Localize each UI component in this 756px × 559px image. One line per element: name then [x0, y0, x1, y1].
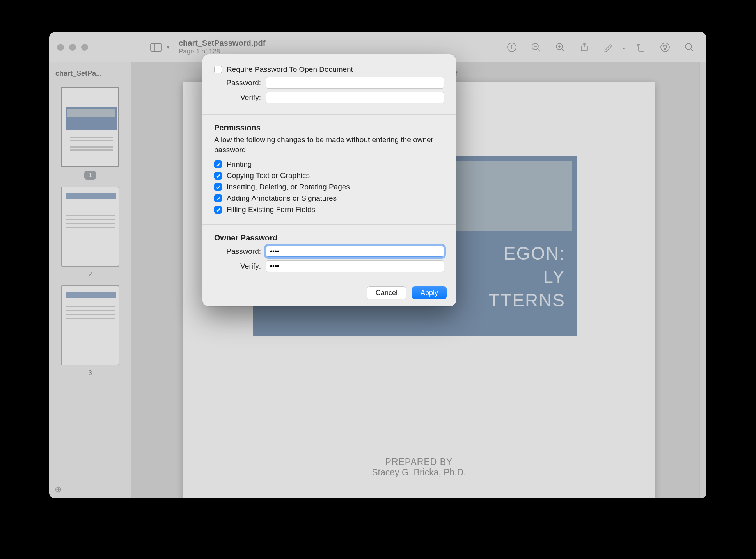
page-thumbnail[interactable]: [61, 87, 119, 167]
vertical-scrollbar[interactable]: [699, 62, 706, 498]
owner-password-label: Password:: [214, 247, 261, 256]
fullscreen-window-button[interactable]: [81, 44, 88, 51]
chevron-down-icon[interactable]: ▾: [167, 45, 169, 50]
minimize-window-button[interactable]: [69, 44, 76, 51]
search-icon[interactable]: [680, 38, 699, 57]
highlight-icon[interactable]: [656, 38, 674, 57]
cancel-button[interactable]: Cancel: [367, 286, 406, 299]
zoom-out-icon[interactable]: [527, 38, 545, 57]
perm-inserting-label: Inserting, Deleting, or Rotating Pages: [227, 183, 350, 191]
svg-line-6: [538, 49, 540, 51]
require-password-label: Require Password To Open Document: [227, 65, 353, 74]
perm-formfields-label: Filling Existing Form Fields: [227, 205, 315, 214]
window-title-block: chart_SetPassword.pdf Page 1 of 128: [179, 39, 265, 55]
perm-copying-checkbox[interactable]: [214, 172, 222, 180]
encryption-dialog: Require Password To Open Document Passwo…: [202, 54, 456, 306]
require-password-checkbox[interactable]: [214, 66, 222, 73]
svg-rect-14: [639, 45, 644, 51]
zoom-in-icon[interactable]: [551, 38, 570, 57]
owner-verify-input[interactable]: [266, 260, 444, 272]
document-prepared-by: PREPARED BY Stacey G. Bricka, Ph.D.: [183, 457, 655, 478]
perm-inserting-checkbox[interactable]: [214, 183, 222, 191]
owner-password-title: Owner Password: [214, 233, 444, 242]
info-icon[interactable]: [502, 38, 521, 57]
svg-point-4: [511, 45, 512, 45]
open-password-label: Password:: [214, 78, 261, 87]
perm-formfields-checkbox[interactable]: [214, 206, 222, 214]
traffic-lights: [57, 44, 88, 51]
perm-annotations-checkbox[interactable]: [214, 194, 222, 202]
page-thumbnail[interactable]: [61, 187, 119, 267]
add-page-button[interactable]: ⊕: [55, 484, 62, 495]
sidebar-toggle-button[interactable]: [148, 42, 164, 53]
svg-line-9: [562, 49, 564, 51]
svg-rect-0: [151, 43, 161, 51]
window-filename: chart_SetPassword.pdf: [179, 39, 265, 48]
prepared-by-name: Stacey G. Bricka, Ph.D.: [183, 467, 655, 478]
rotate-icon[interactable]: [632, 38, 650, 57]
close-window-button[interactable]: [57, 44, 64, 51]
perm-copying-label: Copying Text or Graphics: [227, 171, 310, 180]
thumbnail-label: 1: [84, 171, 96, 180]
owner-verify-label: Verify:: [214, 262, 261, 271]
thumbnail-label: 2: [88, 271, 92, 278]
markup-icon[interactable]: [599, 38, 618, 57]
svg-point-16: [685, 43, 692, 50]
chevron-down-icon[interactable]: ⌄: [621, 43, 626, 51]
page-thumbnail[interactable]: [61, 285, 119, 365]
permissions-title: Permissions: [214, 123, 444, 132]
open-verify-label: Verify:: [214, 93, 261, 102]
sidebar-doc-title: chart_SetPa...: [49, 67, 131, 80]
permissions-description: Allow the following changes to be made w…: [214, 135, 444, 155]
svg-line-17: [691, 49, 693, 51]
perm-printing-checkbox[interactable]: [214, 160, 222, 168]
perm-printing-label: Printing: [227, 160, 252, 169]
perm-annotations-label: Adding Annotations or Signatures: [227, 194, 337, 203]
prepared-by-label: PREPARED BY: [183, 457, 655, 467]
thumbnail-label: 3: [88, 369, 92, 377]
owner-password-input[interactable]: [266, 246, 444, 257]
apply-button[interactable]: Apply: [412, 286, 447, 299]
open-verify-input[interactable]: [266, 92, 444, 103]
thumbnails-sidebar: chart_SetPa... 1: [49, 62, 131, 498]
share-icon[interactable]: [575, 38, 594, 57]
open-password-input[interactable]: [266, 77, 444, 89]
